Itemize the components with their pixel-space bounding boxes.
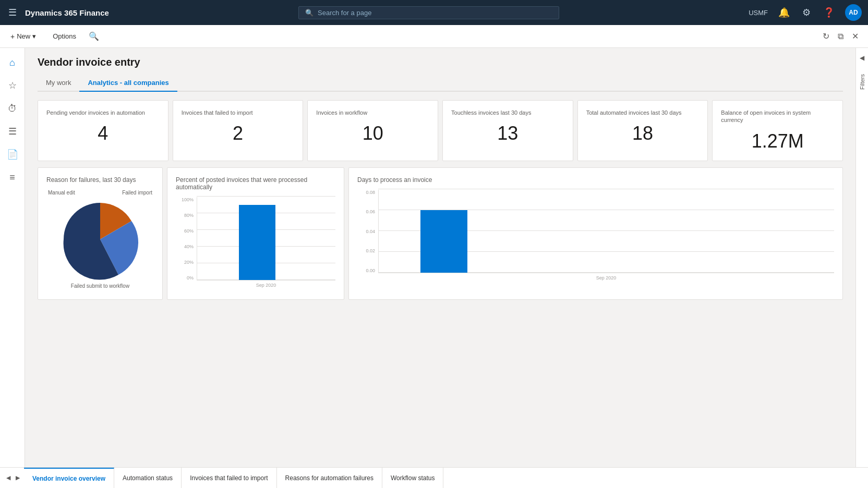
bottom-tabs-bar: ◀ ▶ Vendor invoice overview Automation s… [0,467,868,488]
settings-icon[interactable]: ⚙ [800,5,813,20]
kpi-value-total-automated: 18 [586,123,700,144]
app-title: Dynamics 365 Finance [25,8,109,17]
kpi-card-touchless[interactable]: Touchless invoices last 30 days 13 [442,100,573,161]
pie-chart-svg [58,198,142,281]
tab-analytics[interactable]: Analytics - all companies [79,75,177,92]
chart-pie-card[interactable]: Reason for failures, last 30 days Manual… [38,167,163,300]
charts-row: Reason for failures, last 30 days Manual… [38,167,843,300]
bottom-tab-failed-import[interactable]: Invoices that failed to import [182,468,276,489]
pie-label-failed-import: Failed import [122,190,152,196]
kpi-label-pending: Pending vendor invoices in automation [46,109,160,116]
sidebar-item-modules[interactable]: 📄 [2,144,23,165]
kpi-card-total-automated[interactable]: Total automated invoices last 30 days 18 [577,100,708,161]
bar2-y2: 0.02 [357,248,375,253]
help-icon[interactable]: ❓ [821,5,837,20]
toolbar-right-controls: ↻ ⧉ ✕ [819,29,862,43]
page-title: Vendor invoice entry [38,56,843,68]
bar1-y5: 80% [176,213,194,218]
kpi-value-workflow: 10 [316,123,429,144]
collapse-panel-button[interactable]: ◀ [858,52,866,64]
kpi-value-balance: 1.27M [721,130,834,152]
kpi-card-balance[interactable]: Balance of open invoices in system curre… [712,100,843,161]
bottom-prev-arrow[interactable]: ◀ [4,473,13,482]
chart-bar2-title: Days to process an invoice [357,176,834,184]
bar2-y1: 0.00 [357,268,375,273]
bar1-y1: 0% [176,275,194,280]
plus-icon: + [10,32,15,41]
pie-chart-container: Manual edit Failed import Failed submit … [46,190,154,289]
bar1-y2: 20% [176,260,194,265]
bar2-bar [420,210,467,273]
kpi-card-failed-import[interactable]: Invoices that failed to import 2 [173,100,304,161]
avatar[interactable]: AD [845,4,862,21]
bar1-bar [239,205,275,280]
main-content: Vendor invoice entry My work Analytics -… [25,48,855,488]
bottom-tab-overview[interactable]: Vendor invoice overview [24,468,114,489]
toolbar-search-icon[interactable]: 🔍 [89,31,99,41]
sidebar-item-list[interactable]: ≡ [2,167,23,188]
sidebar-item-home[interactable]: ⌂ [2,52,23,73]
kpi-card-workflow[interactable]: Invoices in workflow 10 [307,100,438,161]
bottom-tab-workflow[interactable]: Workflow status [382,468,443,489]
notification-icon[interactable]: 🔔 [776,5,792,20]
new-button[interactable]: + New ▾ [6,30,40,43]
bar1-y3: 40% [176,244,194,249]
chart-pie-title: Reason for failures, last 30 days [46,176,154,184]
refresh-icon[interactable]: ↻ [819,29,833,43]
kpi-value-failed-import: 2 [182,123,295,144]
search-input[interactable] [318,9,552,17]
kpi-card-pending[interactable]: Pending vendor invoices in automation 4 [38,100,168,161]
right-collapse-panel: ◀ Filters [855,48,868,488]
kpi-label-workflow: Invoices in workflow [316,109,429,116]
chart-bar1-card[interactable]: Percent of posted invoices that were pro… [167,167,344,300]
page-tabs: My work Analytics - all companies [38,75,843,92]
main-layout: ⌂ ☆ ⏱ ☰ 📄 ≡ Vendor invoice entry My work… [0,48,868,488]
bar2-y3: 0.04 [357,229,375,234]
filters-label[interactable]: Filters [859,74,865,90]
sidebar-item-workspaces[interactable]: ☰ [2,121,23,142]
popout-icon[interactable]: ⧉ [835,30,847,43]
kpi-cards-row: Pending vendor invoices in automation 4 … [38,100,843,161]
kpi-label-balance: Balance of open invoices in system curre… [721,109,834,124]
new-dropdown-icon: ▾ [32,32,36,40]
bottom-tab-reasons[interactable]: Reasons for automation failures [277,468,382,489]
kpi-value-touchless: 13 [451,123,564,144]
kpi-label-touchless: Touchless invoices last 30 days [451,109,564,116]
hamburger-icon[interactable]: ☰ [6,5,19,20]
sidebar: ⌂ ☆ ⏱ ☰ 📄 ≡ [0,48,25,488]
username-label: USMF [749,9,768,17]
new-button-label: New [17,32,30,40]
kpi-label-total-automated: Total automated invoices last 30 days [586,109,700,116]
bottom-next-arrow[interactable]: ▶ [14,473,22,482]
top-navbar: ☰ Dynamics 365 Finance 🔍 USMF 🔔 ⚙ ❓ AD [0,0,868,25]
search-bar[interactable]: 🔍 [298,6,559,19]
options-button[interactable]: Options [49,30,80,42]
pie-label-failed-workflow: Failed submit to workflow [71,283,129,289]
pie-label-manual: Manual edit [48,190,75,196]
bar1-y6: 100% [176,197,194,202]
sub-toolbar: + New ▾ Options 🔍 ↻ ⧉ ✕ [0,25,868,48]
bar2-x-label: Sep 2020 [596,275,617,280]
kpi-value-pending: 4 [46,123,160,144]
topnav-right-icons: USMF 🔔 ⚙ ❓ AD [749,4,862,21]
tab-my-work[interactable]: My work [38,75,79,92]
bottom-tab-automation[interactable]: Automation status [114,468,182,489]
kpi-label-failed-import: Invoices that failed to import [182,109,295,116]
chart-bar1-title: Percent of posted invoices that were pro… [176,176,335,191]
bar1-x-label: Sep 2020 [256,283,276,288]
bar2-y5: 0.08 [357,190,375,195]
bar2-y4: 0.06 [357,209,375,214]
bar1-area: 100% 80% 60% 40% 20% 0% Sep 2020 [176,197,335,291]
chart-bar2-card[interactable]: Days to process an invoice 0.08 [348,167,843,300]
bar2-area: 0.08 0.06 0.04 0.02 0.00 Sep 2020 [357,190,834,284]
search-icon: 🔍 [305,9,314,17]
bar1-y4: 60% [176,228,194,234]
options-label: Options [53,32,76,40]
bottom-nav-arrows: ◀ ▶ [4,473,22,482]
sidebar-item-recent[interactable]: ⏱ [2,98,23,119]
sidebar-item-favorites[interactable]: ☆ [2,75,23,96]
close-icon[interactable]: ✕ [849,29,862,43]
